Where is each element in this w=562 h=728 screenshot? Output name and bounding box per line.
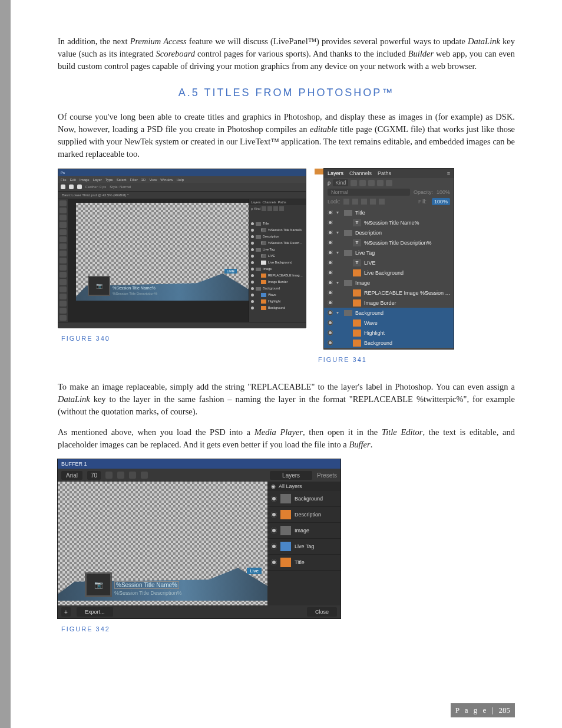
layer-row: Live Background [251,259,304,265]
ps-menubar: File Edit Image Layer Type Select Filter… [58,176,306,183]
close-button[interactable]: Close [307,607,337,617]
paragraph-3: To make an image replaceable, simply add… [58,381,515,418]
layer-row: Background [251,305,304,311]
eye-icon [251,222,254,225]
layer-row: Image Border [251,279,304,285]
layer-thumbnail [353,289,361,297]
layer-name: Background [364,340,451,346]
layer-thumb: T [261,241,266,245]
title-text-field[interactable]: %Session Title Name% [114,581,179,589]
layer-row: Title [251,220,304,226]
italic-icon[interactable] [117,472,124,479]
layer-thumbnail [353,269,361,276]
layer-thumb [261,306,266,310]
layers-tab[interactable]: Layers [270,471,312,480]
layer-row[interactable]: Live Tag [267,539,340,555]
layer-thumb [261,293,266,297]
layer-thumb [256,235,261,239]
layer-row[interactable]: Description [267,507,340,523]
all-layers-row[interactable]: ◉ All Layers [267,482,340,491]
eye-icon [326,320,333,325]
presets-tab[interactable]: Presets [317,472,337,479]
eye-icon [251,255,254,258]
layer-thumbnail [353,299,361,307]
layer-row: Background [324,338,454,348]
caret-icon: ▾ [336,230,341,235]
ps-options-bar: Feather: 0 pxStyle: Normal [58,183,306,192]
caret-icon: ▾ [336,250,341,255]
marquee-tool-icon [59,207,67,213]
description-text-field[interactable]: %Session Title Description% [114,590,182,596]
buffer-title: BUFFER 1 [58,459,340,469]
shape-tool-icon [59,301,67,307]
eye-icon: ◉ [271,483,276,489]
layer-name: REPLACEABLE Image %Session Title Image% [268,274,304,277]
layer-row: ▾Title [324,207,454,218]
bold-icon[interactable] [105,472,113,479]
lock-row: Lock: Fill: 100% [324,197,454,206]
layer-row: TLIVE [251,253,304,259]
layer-row: ▾Image [324,278,454,288]
layer-thumb [261,261,266,265]
layers-filter-row: ρKind [324,178,454,187]
eye-icon [251,294,254,297]
underline-icon[interactable] [129,472,136,479]
font-select[interactable]: Arial [61,471,82,480]
live-tag: Live [247,568,262,574]
layer-name: %Session Title Name% [268,228,304,232]
figure-340-caption: FIGURE 340 [61,335,306,342]
layer-thumb [256,287,261,291]
lasso-tool-icon [59,215,67,220]
filter-adjust-icon [359,180,366,186]
type-layer-icon: T [353,219,361,226]
zoom-tool-icon [59,315,67,321]
eye-icon [326,260,333,265]
layer-row[interactable]: Background [267,491,340,507]
eye-icon [251,248,254,251]
layer-row: T%Session Title Description% [324,238,454,248]
eye-icon[interactable] [271,496,277,502]
layer-row: Highlight [324,328,454,338]
folder-icon [344,310,352,316]
eye-icon[interactable] [271,528,277,533]
layer-name: Wave [364,320,451,326]
eye-icon[interactable] [271,512,277,518]
align-icon[interactable] [141,472,148,479]
live-tag: LIVE [224,269,237,274]
eye-icon [326,300,333,305]
ps-titlebar: Ps [58,169,306,176]
folder-icon [344,210,352,216]
paragraph-intro: In addition, the next Premium Access fea… [58,35,515,73]
layer-name: %Session Title Description% [364,240,451,246]
eye-icon[interactable] [271,559,277,565]
layer-name: Live Tag [355,250,451,256]
layer-thumbnail [353,319,361,327]
gradient-tool-icon [59,265,67,271]
add-button[interactable]: + [61,607,71,617]
placeholder-image[interactable]: 📷 [85,572,112,597]
font-size-input[interactable]: 70 [87,471,101,480]
layer-name: LIVE [364,260,451,266]
eye-icon [251,261,254,264]
layer-name: Image Border [268,280,304,284]
eye-icon [326,230,333,235]
eye-icon[interactable] [271,543,277,549]
layer-name: Title [355,210,451,216]
folder-icon [344,250,352,256]
layer-name: LIVE [268,254,304,258]
layer-row[interactable]: Title [267,555,340,571]
lock-pos-icon [361,199,367,205]
layer-row[interactable]: Image [267,523,340,539]
export-button[interactable]: Export... [77,607,113,617]
eye-icon [251,287,254,290]
layer-row: T%Session Title Name% [324,218,454,228]
eye-icon [326,280,333,285]
layer-row: Image [251,266,304,272]
layer-name: Description [263,235,304,238]
layer-thumbnail [280,558,291,567]
eye-icon [326,330,333,335]
layer-row: Highlight [251,298,304,304]
layer-name: Title [263,222,304,225]
layer-thumb [256,248,261,252]
layer-thumbnail [353,330,361,337]
